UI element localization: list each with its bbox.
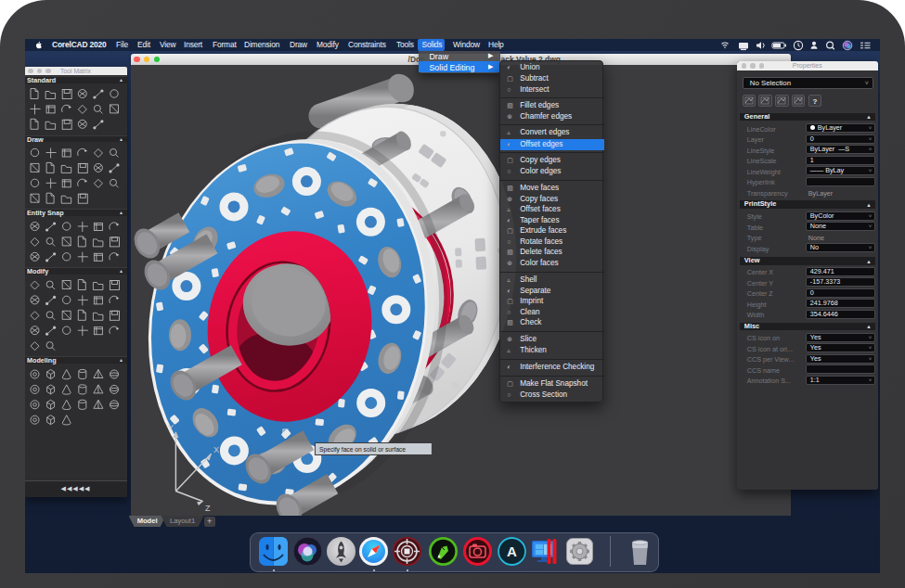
- svg-text:Z: Z: [205, 504, 211, 513]
- svg-text:Specify face on solid or surfa: Specify face on solid or surface: [319, 445, 406, 453]
- svg-text:Y: Y: [168, 423, 174, 432]
- svg-text:X: X: [213, 445, 219, 454]
- svg-text:A: A: [507, 543, 517, 559]
